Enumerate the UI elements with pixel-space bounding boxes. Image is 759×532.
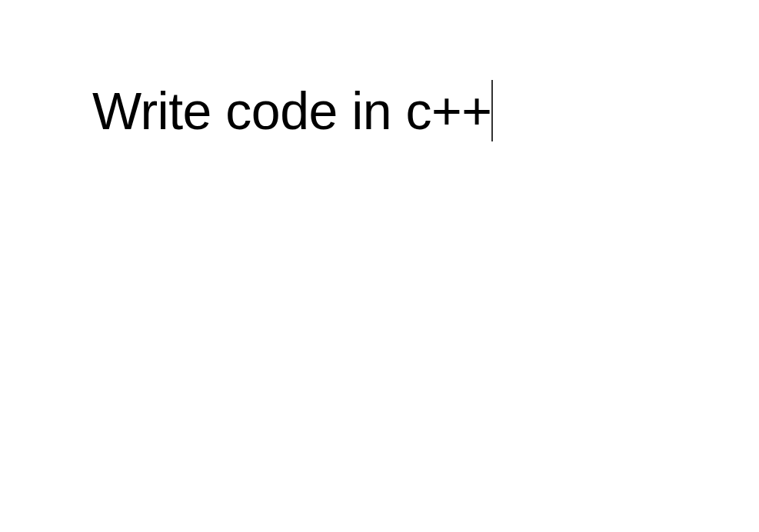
text-cursor-icon: [491, 80, 493, 141]
document-text: Write code in c++: [92, 81, 491, 140]
document-content[interactable]: Write code in c++: [92, 85, 493, 140]
